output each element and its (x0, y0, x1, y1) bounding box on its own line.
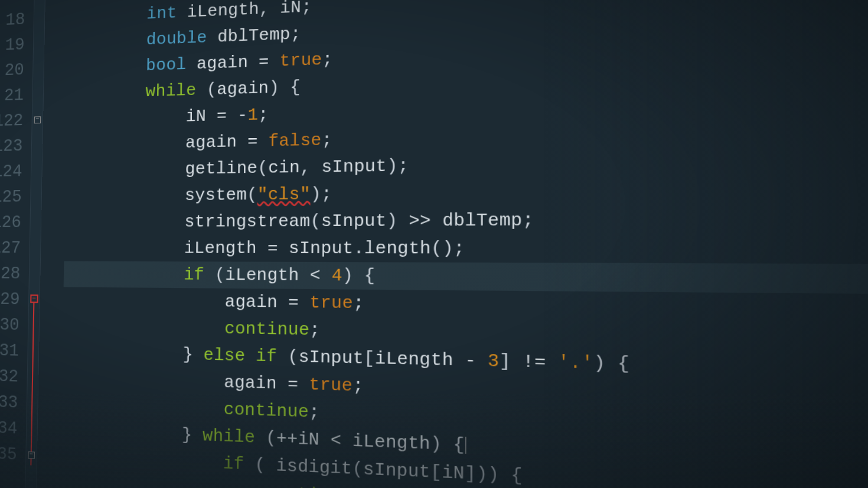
token-kw-bool: false (268, 130, 321, 152)
line-number: 18 (0, 6, 30, 33)
token-ident: dblTemp (442, 210, 523, 231)
token-ident: sInput (321, 156, 387, 177)
fold-modified-icon[interactable] (30, 294, 38, 303)
fold-toggle-icon[interactable] (28, 451, 35, 459)
token-punct: ) (476, 463, 488, 485)
token-op: - (237, 105, 248, 125)
token-ident: iN (185, 106, 206, 126)
token-punct: ; (353, 293, 364, 313)
token-punct: { (511, 465, 523, 487)
token-punct: ) (593, 352, 605, 374)
token-ident: iN (280, 0, 301, 18)
token-op: ++ (276, 428, 298, 449)
code-area[interactable]: string sInput; int iLength, iN; double d… (36, 0, 868, 488)
token-punct: ; (309, 320, 321, 340)
token-ident: dblTemp (217, 24, 291, 47)
token-punct: ; (321, 184, 332, 205)
token-ident: iLength (225, 265, 299, 286)
token-ident: sInput (289, 238, 354, 259)
token-punct: , (259, 0, 270, 19)
token-kw-ctrl: else if (203, 345, 277, 367)
token-kw-type: double (146, 28, 207, 50)
token-ident: cin (268, 158, 300, 178)
token-punct: ( (254, 454, 265, 475)
token-punct: ( (207, 80, 217, 100)
token-func: isdigit (276, 456, 353, 479)
token-punct: } (182, 425, 192, 446)
token-kw-ctrl: continue (224, 399, 309, 423)
token-kw-ctrl: continue (224, 319, 309, 340)
line-number: 19 (0, 32, 30, 58)
token-punct: ( (310, 211, 321, 231)
token-op: < (310, 266, 321, 286)
token-punct: ; (258, 104, 269, 125)
token-func: getline (185, 158, 257, 179)
token-op: = (288, 292, 299, 313)
token-kw-bool: true (279, 50, 322, 71)
line-number: 122 (0, 108, 28, 134)
token-func: stringstream (184, 211, 310, 232)
line-number: 131 (0, 338, 24, 364)
token-punct: ] (465, 463, 477, 485)
token-punct: . (353, 238, 364, 259)
token-punct: ; (322, 130, 332, 150)
token-ident: again (217, 78, 269, 99)
token-kw-num: 1 (247, 105, 258, 125)
token-op: = (217, 106, 227, 126)
token-punct: ) (442, 238, 453, 258)
token-punct: ; (353, 375, 364, 397)
token-func: system (185, 185, 247, 205)
token-op: = (288, 374, 298, 395)
code-editor[interactable]: 1718192021122123124125126127128129130131… (0, 0, 868, 488)
token-ident: again (225, 292, 278, 312)
line-number: 129 (0, 286, 25, 312)
token-punct: ) (430, 434, 442, 456)
token-punct: ( (288, 346, 298, 367)
token-kw-ctrl: if (184, 265, 204, 285)
token-punct: { (290, 77, 301, 97)
token-func: length (364, 238, 431, 259)
token-ident: sInput (298, 347, 364, 369)
token-punct: ) (311, 184, 321, 205)
token-punct: { (364, 266, 376, 286)
token-punct: ) (342, 266, 354, 286)
token-punct: ( (215, 265, 226, 285)
token-punct: ; (291, 24, 301, 44)
token-ident: again (185, 132, 237, 153)
line-number: 128 (0, 261, 25, 287)
token-ident: sInput (363, 459, 430, 483)
line-number: 125 (0, 184, 27, 210)
token-kw-num: 4 (331, 266, 342, 286)
token-kw-bool: true (309, 293, 353, 314)
token-punct: [ (364, 348, 375, 369)
token-kw-string-err: "cls" (257, 184, 311, 205)
code-line[interactable]: iLength = sInput.length(); (64, 234, 868, 264)
line-number: 21 (0, 83, 28, 109)
line-number: 535 (0, 441, 22, 468)
token-punct: , (300, 158, 311, 178)
token-op: != (523, 351, 546, 373)
token-punct: ; (398, 156, 409, 176)
line-number: 20 (0, 57, 29, 84)
line-number: 126 (0, 209, 26, 235)
token-punct: ; (322, 50, 332, 70)
token-punct: ; (309, 402, 320, 423)
text-caret (465, 437, 466, 454)
token-punct: ] (500, 351, 511, 372)
token-punct: [ (430, 461, 442, 483)
token-kw-ctrl: continue (265, 482, 352, 488)
token-punct: ( (266, 428, 276, 448)
token-kw-type: int (146, 3, 177, 24)
token-op: = (259, 51, 269, 71)
token-punct: ( (257, 158, 268, 178)
token-punct: ( (247, 185, 257, 205)
token-kw-ctrl: while (203, 425, 255, 448)
token-kw-bool: true (309, 374, 353, 396)
line-number: 533 (0, 389, 23, 416)
token-op: - (465, 350, 476, 371)
token-kw-num: 3 (488, 351, 500, 372)
token-kw-ctrl: while (145, 80, 196, 101)
fold-toggle-icon[interactable] (34, 116, 40, 123)
line-number: 534 (0, 415, 22, 442)
token-ident: sInput (321, 211, 387, 231)
